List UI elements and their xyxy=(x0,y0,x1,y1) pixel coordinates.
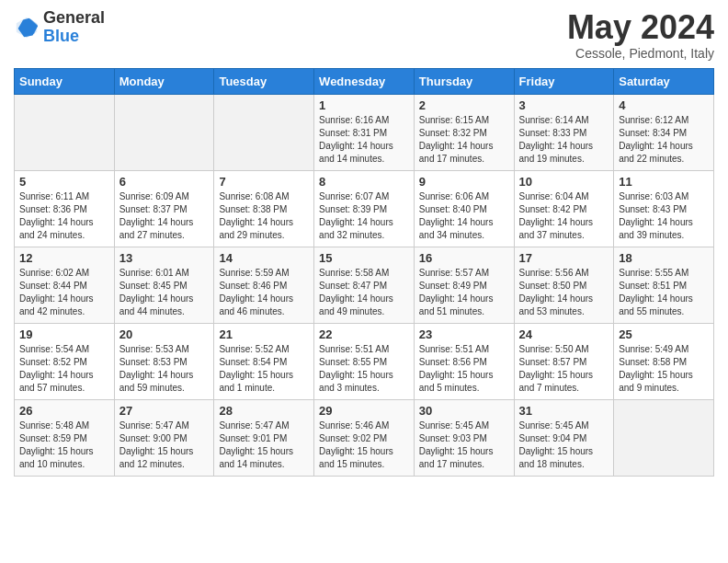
day-number: 5 xyxy=(19,175,109,189)
day-cell: 7Sunrise: 6:08 AMSunset: 8:38 PMDaylight… xyxy=(214,170,314,247)
day-info: Sunrise: 6:09 AMSunset: 8:37 PMDaylight:… xyxy=(119,190,210,242)
day-cell: 16Sunrise: 5:57 AMSunset: 8:49 PMDayligh… xyxy=(414,247,514,323)
day-cell: 1Sunrise: 6:16 AMSunset: 8:31 PMDaylight… xyxy=(314,94,415,170)
page-header: General Blue May 2024 Cessole, Piedmont,… xyxy=(14,9,714,61)
day-number: 8 xyxy=(319,175,409,189)
day-cell: 2Sunrise: 6:15 AMSunset: 8:32 PMDaylight… xyxy=(414,94,514,170)
logo: General Blue xyxy=(14,9,105,46)
header-day-friday: Friday xyxy=(514,68,614,94)
header-row: SundayMondayTuesdayWednesdayThursdayFrid… xyxy=(15,68,714,94)
day-info: Sunrise: 6:15 AMSunset: 8:32 PMDaylight:… xyxy=(419,114,509,166)
calendar-table: SundayMondayTuesdayWednesdayThursdayFrid… xyxy=(14,68,714,477)
title-block: May 2024 Cessole, Piedmont, Italy xyxy=(567,9,714,61)
day-info: Sunrise: 5:47 AMSunset: 9:00 PMDaylight:… xyxy=(119,419,210,471)
day-info: Sunrise: 5:59 AMSunset: 8:46 PMDaylight:… xyxy=(219,267,309,318)
day-number: 28 xyxy=(219,404,309,418)
day-cell: 17Sunrise: 5:56 AMSunset: 8:50 PMDayligh… xyxy=(514,247,614,323)
day-number: 10 xyxy=(519,175,609,189)
day-info: Sunrise: 5:47 AMSunset: 9:01 PMDaylight:… xyxy=(219,419,309,471)
logo-icon xyxy=(14,15,40,40)
day-cell: 13Sunrise: 6:01 AMSunset: 8:45 PMDayligh… xyxy=(114,247,214,323)
day-cell: 23Sunrise: 5:51 AMSunset: 8:56 PMDayligh… xyxy=(414,323,514,399)
day-cell: 25Sunrise: 5:49 AMSunset: 8:58 PMDayligh… xyxy=(614,323,714,399)
day-number: 2 xyxy=(419,98,509,112)
day-info: Sunrise: 5:54 AMSunset: 8:52 PMDaylight:… xyxy=(19,343,109,395)
day-cell: 3Sunrise: 6:14 AMSunset: 8:33 PMDaylight… xyxy=(514,94,614,170)
header-day-tuesday: Tuesday xyxy=(214,68,314,94)
day-cell xyxy=(614,399,714,476)
day-info: Sunrise: 5:49 AMSunset: 8:58 PMDaylight:… xyxy=(619,343,709,395)
day-cell: 27Sunrise: 5:47 AMSunset: 9:00 PMDayligh… xyxy=(114,399,214,476)
day-number: 29 xyxy=(319,404,409,418)
week-row-2: 5Sunrise: 6:11 AMSunset: 8:36 PMDaylight… xyxy=(15,170,714,247)
week-row-3: 12Sunrise: 6:02 AMSunset: 8:44 PMDayligh… xyxy=(15,247,714,323)
main-title: May 2024 xyxy=(567,9,714,46)
day-number: 6 xyxy=(119,175,210,189)
day-info: Sunrise: 5:51 AMSunset: 8:55 PMDaylight:… xyxy=(319,343,409,395)
day-cell: 6Sunrise: 6:09 AMSunset: 8:37 PMDaylight… xyxy=(114,170,214,247)
logo-general: General xyxy=(43,8,105,27)
day-info: Sunrise: 6:08 AMSunset: 8:38 PMDaylight:… xyxy=(219,190,309,242)
day-info: Sunrise: 6:06 AMSunset: 8:40 PMDaylight:… xyxy=(419,190,509,242)
day-info: Sunrise: 6:12 AMSunset: 8:34 PMDaylight:… xyxy=(619,114,709,166)
header-day-saturday: Saturday xyxy=(614,68,714,94)
day-number: 14 xyxy=(219,251,309,265)
day-number: 25 xyxy=(619,327,709,341)
day-cell: 15Sunrise: 5:58 AMSunset: 8:47 PMDayligh… xyxy=(314,247,415,323)
day-number: 15 xyxy=(319,251,409,265)
week-row-4: 19Sunrise: 5:54 AMSunset: 8:52 PMDayligh… xyxy=(15,323,714,399)
day-number: 16 xyxy=(419,251,509,265)
day-info: Sunrise: 5:56 AMSunset: 8:50 PMDaylight:… xyxy=(519,267,609,318)
day-cell: 26Sunrise: 5:48 AMSunset: 8:59 PMDayligh… xyxy=(15,399,115,476)
day-number: 3 xyxy=(519,98,609,112)
day-info: Sunrise: 6:02 AMSunset: 8:44 PMDaylight:… xyxy=(19,267,109,318)
day-number: 18 xyxy=(619,251,709,265)
day-info: Sunrise: 5:51 AMSunset: 8:56 PMDaylight:… xyxy=(419,343,509,395)
day-info: Sunrise: 6:03 AMSunset: 8:43 PMDaylight:… xyxy=(619,190,709,242)
day-cell: 14Sunrise: 5:59 AMSunset: 8:46 PMDayligh… xyxy=(214,247,314,323)
day-number: 9 xyxy=(419,175,509,189)
day-cell: 12Sunrise: 6:02 AMSunset: 8:44 PMDayligh… xyxy=(15,247,115,323)
day-number: 4 xyxy=(619,98,709,112)
logo-blue: Blue xyxy=(43,27,79,45)
day-number: 30 xyxy=(419,404,509,418)
day-cell: 29Sunrise: 5:46 AMSunset: 9:02 PMDayligh… xyxy=(314,399,415,476)
week-row-5: 26Sunrise: 5:48 AMSunset: 8:59 PMDayligh… xyxy=(15,399,714,476)
day-cell: 20Sunrise: 5:53 AMSunset: 8:53 PMDayligh… xyxy=(114,323,214,399)
day-info: Sunrise: 5:50 AMSunset: 8:57 PMDaylight:… xyxy=(519,343,609,395)
day-info: Sunrise: 5:45 AMSunset: 9:03 PMDaylight:… xyxy=(419,419,509,471)
day-cell xyxy=(15,94,115,170)
day-number: 13 xyxy=(119,251,210,265)
header-day-monday: Monday xyxy=(114,68,214,94)
subtitle: Cessole, Piedmont, Italy xyxy=(567,46,714,61)
day-info: Sunrise: 6:04 AMSunset: 8:42 PMDaylight:… xyxy=(519,190,609,242)
week-row-1: 1Sunrise: 6:16 AMSunset: 8:31 PMDaylight… xyxy=(15,94,714,170)
logo-text: General Blue xyxy=(43,9,105,46)
day-info: Sunrise: 5:52 AMSunset: 8:54 PMDaylight:… xyxy=(219,343,309,395)
day-info: Sunrise: 5:53 AMSunset: 8:53 PMDaylight:… xyxy=(119,343,210,395)
day-number: 21 xyxy=(219,327,309,341)
header-day-thursday: Thursday xyxy=(414,68,514,94)
day-info: Sunrise: 6:14 AMSunset: 8:33 PMDaylight:… xyxy=(519,114,609,166)
day-number: 22 xyxy=(319,327,409,341)
day-cell: 8Sunrise: 6:07 AMSunset: 8:39 PMDaylight… xyxy=(314,170,415,247)
day-number: 26 xyxy=(19,404,109,418)
day-cell: 5Sunrise: 6:11 AMSunset: 8:36 PMDaylight… xyxy=(15,170,115,247)
day-number: 23 xyxy=(419,327,509,341)
day-number: 27 xyxy=(119,404,210,418)
day-cell xyxy=(114,94,214,170)
day-cell: 21Sunrise: 5:52 AMSunset: 8:54 PMDayligh… xyxy=(214,323,314,399)
day-number: 11 xyxy=(619,175,709,189)
day-number: 17 xyxy=(519,251,609,265)
day-cell: 9Sunrise: 6:06 AMSunset: 8:40 PMDaylight… xyxy=(414,170,514,247)
day-number: 24 xyxy=(519,327,609,341)
day-cell: 30Sunrise: 5:45 AMSunset: 9:03 PMDayligh… xyxy=(414,399,514,476)
day-cell: 18Sunrise: 5:55 AMSunset: 8:51 PMDayligh… xyxy=(614,247,714,323)
day-cell: 28Sunrise: 5:47 AMSunset: 9:01 PMDayligh… xyxy=(214,399,314,476)
day-cell: 22Sunrise: 5:51 AMSunset: 8:55 PMDayligh… xyxy=(314,323,415,399)
header-day-wednesday: Wednesday xyxy=(314,68,415,94)
day-number: 20 xyxy=(119,327,210,341)
day-cell: 31Sunrise: 5:45 AMSunset: 9:04 PMDayligh… xyxy=(514,399,614,476)
day-info: Sunrise: 5:55 AMSunset: 8:51 PMDaylight:… xyxy=(619,267,709,318)
header-day-sunday: Sunday xyxy=(15,68,115,94)
